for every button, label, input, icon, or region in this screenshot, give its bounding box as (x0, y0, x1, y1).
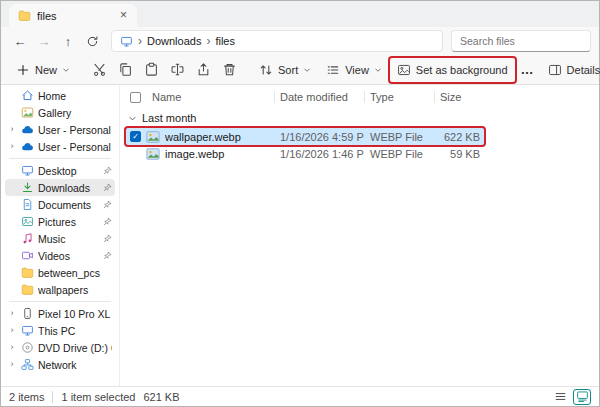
sidebar-item-pixel-phone[interactable]: › Pixel 10 Pro XL (5, 305, 115, 322)
tab-title: files (37, 10, 110, 22)
cut-icon (92, 62, 107, 77)
file-rows: ✓ wallpaper.webp 1/16/2026 4:59 PM WEBP … (126, 128, 484, 162)
up-button[interactable]: ↑ (57, 30, 79, 52)
chevron-right-icon[interactable]: › (8, 121, 16, 138)
file-name: image.webp (165, 148, 224, 160)
refresh-button[interactable] (81, 30, 103, 52)
chevron-down-icon (303, 66, 311, 74)
view-toggles (551, 389, 591, 405)
sidebar-item-documents[interactable]: Documents (5, 196, 115, 213)
status-divider (52, 391, 53, 403)
share-button[interactable] (191, 58, 216, 82)
chevron-right-icon[interactable]: › (8, 322, 16, 339)
delete-icon (222, 62, 237, 77)
paste-button[interactable] (139, 58, 164, 82)
set-as-background-button[interactable]: Set as background (390, 58, 515, 82)
column-header-size[interactable]: Size (434, 90, 484, 104)
breadcrumb[interactable]: › Downloads › files (111, 30, 443, 52)
breadcrumb-item-downloads[interactable]: Downloads (147, 35, 201, 47)
breadcrumb-separator: › (138, 34, 142, 48)
more-button[interactable]: … (516, 58, 540, 82)
sidebar-divider (9, 301, 111, 302)
select-all-checkbox[interactable] (130, 92, 141, 103)
home-icon (20, 89, 34, 102)
search-input[interactable] (460, 35, 582, 47)
pin-icon (103, 183, 112, 192)
desktop-icon (20, 164, 34, 177)
view-button[interactable]: View (319, 58, 389, 82)
sidebar-item-onedrive-2[interactable]: › User - Personal (5, 138, 115, 155)
sidebar-item-wallpapers[interactable]: wallpapers (5, 281, 115, 298)
file-row-wallpaper[interactable]: ✓ wallpaper.webp 1/16/2026 4:59 PM WEBP … (126, 128, 484, 145)
explorer-tab[interactable]: files × (9, 4, 137, 27)
column-header-type[interactable]: Type (364, 90, 434, 104)
sidebar-item-music[interactable]: Music (5, 230, 115, 247)
file-row-image[interactable]: image.webp 1/16/2026 1:46 PM WEBP File 5… (126, 145, 484, 162)
column-header-name[interactable]: Name (146, 90, 274, 104)
pictures-icon (20, 215, 34, 228)
items-count: 2 items (9, 391, 44, 403)
sidebar-item-network[interactable]: › Network (5, 356, 115, 373)
status-bar: 2 items 1 item selected 621 KB (1, 386, 599, 406)
column-headers: Name Date modified Type Size (126, 87, 599, 107)
image-thumbnail-icon (146, 148, 160, 160)
chevron-right-icon[interactable]: › (8, 138, 16, 155)
videos-icon (20, 249, 34, 262)
cut-button[interactable] (87, 58, 112, 82)
breadcrumb-item-files[interactable]: files (215, 35, 235, 47)
column-header-date-modified[interactable]: Date modified (274, 90, 364, 104)
details-pane-icon (548, 63, 562, 77)
group-header[interactable]: Last month (128, 109, 599, 127)
forward-button[interactable]: → (33, 30, 55, 52)
documents-icon (20, 198, 34, 211)
folder-icon (18, 9, 31, 22)
more-icon: … (521, 62, 535, 77)
folder-icon (20, 266, 34, 279)
breadcrumb-separator: › (206, 34, 210, 48)
file-type: WEBP File (364, 148, 434, 160)
row-checkbox-checked[interactable]: ✓ (130, 131, 141, 142)
sidebar-item-pictures[interactable]: Pictures (5, 213, 115, 230)
thumbnail-view-button[interactable] (573, 389, 591, 405)
tab-close-button[interactable]: × (116, 8, 131, 23)
sidebar-divider (9, 158, 111, 159)
sidebar-item-downloads[interactable]: Downloads (5, 179, 115, 196)
chevron-right-icon[interactable]: › (8, 305, 16, 322)
sidebar-item-onedrive-1[interactable]: › User - Personal (5, 121, 115, 138)
rename-button[interactable] (165, 58, 190, 82)
rename-icon (170, 62, 185, 77)
file-list-area: Name Date modified Type Size Last month … (119, 85, 599, 386)
share-icon (196, 62, 211, 77)
toolbar: New Sort View (1, 55, 599, 85)
sidebar-item-desktop[interactable]: Desktop (5, 162, 115, 179)
sidebar-item-between-pcs[interactable]: between_pcs (5, 264, 115, 281)
chevron-down-icon (374, 66, 382, 74)
group-label: Last month (142, 112, 196, 124)
chevron-right-icon[interactable]: › (8, 339, 16, 356)
sort-button[interactable]: Sort (252, 58, 318, 82)
chevron-right-icon[interactable]: › (8, 356, 16, 373)
pin-icon (103, 234, 112, 243)
sidebar-item-gallery[interactable]: Gallery (5, 104, 115, 121)
sidebar-item-home[interactable]: Home (5, 87, 115, 104)
delete-button[interactable] (217, 58, 242, 82)
back-button[interactable]: ← (9, 30, 31, 52)
gallery-icon (20, 106, 34, 119)
file-name: wallpaper.webp (165, 131, 241, 143)
chevron-down-icon (128, 114, 137, 123)
file-size: 59 KB (434, 148, 484, 160)
copy-button[interactable] (113, 58, 138, 82)
details-button[interactable]: Details (541, 58, 600, 82)
file-size: 622 KB (434, 131, 484, 143)
list-view-button[interactable] (551, 389, 569, 405)
sidebar-item-this-pc[interactable]: › This PC (5, 322, 115, 339)
main-area: Home Gallery › User - Personal › User - … (1, 85, 599, 386)
sidebar-item-dvd-drive[interactable]: › DVD Drive (D:) CCCOMA_X64FF (5, 339, 115, 356)
new-button[interactable]: New (9, 58, 77, 82)
pc-icon (120, 35, 133, 48)
search-box[interactable] (451, 30, 591, 52)
plus-icon (16, 63, 30, 77)
file-explorer-window: files × ← → ↑ › Downloads › files New (0, 0, 600, 407)
file-date: 1/16/2026 1:46 PM (274, 148, 364, 160)
sidebar-item-videos[interactable]: Videos (5, 247, 115, 264)
